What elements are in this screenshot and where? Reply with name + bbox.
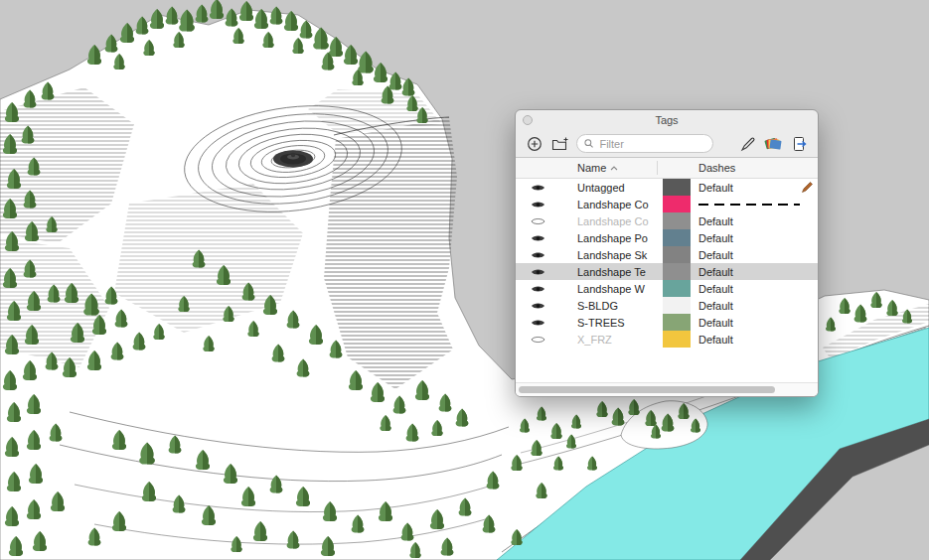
tag-row[interactable]: Landshape CoDefault (516, 212, 818, 229)
sort-caret-icon (610, 166, 618, 171)
tag-dashes-cell[interactable]: Default (691, 300, 818, 312)
tag-name-label: Landshape Te (559, 266, 663, 278)
tower-structure (273, 151, 313, 168)
page-arrow-icon (792, 136, 808, 152)
panel-titlebar[interactable]: Tags (516, 110, 818, 130)
name-column-label: Name (577, 162, 606, 174)
tag-row[interactable]: Landshape WDefault (516, 280, 818, 297)
visibility-on-icon[interactable] (516, 318, 559, 328)
visibility-off-icon[interactable] (516, 216, 559, 226)
tag-color-swatch[interactable] (663, 246, 691, 263)
tag-row[interactable]: X_FRZDefault (516, 331, 818, 348)
tag-dashes-cell[interactable]: Default (691, 182, 818, 194)
tag-row[interactable]: S-BLDGDefault (516, 297, 818, 314)
tag-name-label: S-TREES (559, 317, 663, 329)
tags-panel: Tags (515, 109, 819, 397)
filter-search-box[interactable] (576, 134, 713, 153)
tag-name-label: Untagged (559, 182, 663, 194)
tag-name-label: Landshape W (559, 283, 663, 295)
tag-color-swatch[interactable] (663, 179, 691, 196)
folder-plus-icon (551, 136, 569, 152)
tag-color-swatch[interactable] (663, 297, 691, 314)
tag-color-swatch[interactable] (663, 314, 691, 331)
visibility-off-icon[interactable] (516, 335, 559, 345)
dash-pattern (698, 204, 800, 206)
tag-color-swatch[interactable] (663, 331, 691, 348)
visibility-on-icon[interactable] (516, 183, 559, 193)
visibility-on-icon[interactable] (516, 233, 559, 243)
tag-color-swatch[interactable] (663, 212, 691, 229)
edit-style-button[interactable] (738, 134, 757, 153)
visibility-on-icon[interactable] (516, 200, 559, 210)
tag-name-label: Landshape Co (559, 199, 663, 210)
details-button[interactable] (790, 134, 809, 153)
tag-row[interactable]: UntaggedDefault (516, 179, 818, 196)
app-window: Tags (0, 0, 929, 560)
tag-name-label: S-BLDG (559, 300, 663, 312)
tag-name-label: Landshape Po (559, 232, 663, 244)
column-separator[interactable] (657, 161, 658, 175)
tags-table: Name Dashes UntaggedDefaultLandshape CoL… (516, 157, 818, 396)
table-header: Name Dashes (516, 158, 818, 179)
panel-title: Tags (655, 114, 678, 126)
tag-dashes-cell[interactable]: Default (691, 215, 818, 227)
tag-row[interactable]: Landshape SkDefault (516, 246, 818, 263)
tag-row[interactable]: Landshape TeDefault (516, 263, 818, 280)
current-tag-pencil-icon (801, 181, 814, 196)
close-button[interactable] (523, 115, 533, 125)
tag-dashes-cell[interactable] (691, 204, 818, 206)
color-by-tag-button[interactable] (764, 134, 783, 153)
tag-dashes-cell[interactable]: Default (691, 266, 818, 278)
panel-toolbar (516, 130, 818, 157)
color-stack-icon (764, 136, 783, 152)
tag-dashes-cell[interactable]: Default (691, 283, 818, 295)
tag-dashes-cell[interactable]: Default (691, 317, 818, 329)
tag-color-swatch[interactable] (663, 263, 691, 280)
tag-name-label: X_FRZ (559, 334, 663, 346)
visibility-on-icon[interactable] (516, 250, 559, 260)
tag-row[interactable]: Landshape PoDefault (516, 229, 818, 246)
add-tag-button[interactable] (525, 134, 543, 153)
tag-dashes-cell[interactable]: Default (691, 334, 818, 346)
add-tag-folder-button[interactable] (550, 134, 569, 153)
tag-row[interactable]: Landshape Co (516, 196, 818, 212)
tag-name-label: Landshape Sk (559, 249, 663, 261)
tag-dashes-cell[interactable]: Default (691, 232, 818, 244)
column-header-dashes[interactable]: Dashes (698, 162, 735, 174)
tag-row[interactable]: S-TREESDefault (516, 314, 818, 331)
filter-input[interactable] (597, 137, 705, 151)
tag-color-swatch[interactable] (663, 229, 691, 246)
scrollbar-thumb[interactable] (519, 386, 775, 393)
tag-dashes-cell[interactable]: Default (691, 249, 818, 261)
tag-name-label: Landshape Co (559, 215, 663, 227)
column-header-name[interactable]: Name (577, 162, 618, 174)
visibility-on-icon[interactable] (516, 284, 559, 294)
search-icon (584, 138, 593, 149)
tag-rows: UntaggedDefaultLandshape CoLandshape CoD… (516, 179, 818, 382)
pen-icon (740, 136, 756, 152)
tag-color-swatch[interactable] (663, 196, 691, 212)
horizontal-scrollbar[interactable] (516, 382, 818, 396)
plus-circle-icon (527, 136, 542, 152)
visibility-on-icon[interactable] (516, 267, 559, 277)
visibility-on-icon[interactable] (516, 301, 559, 311)
tag-color-swatch[interactable] (663, 280, 691, 297)
